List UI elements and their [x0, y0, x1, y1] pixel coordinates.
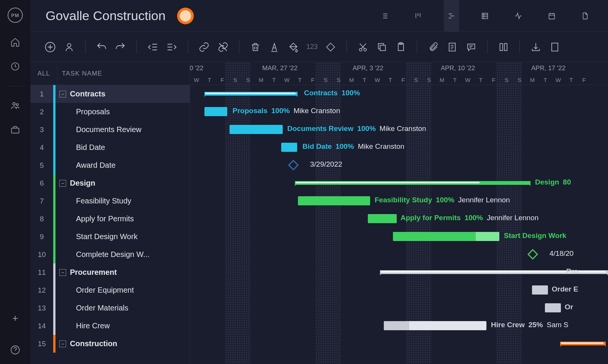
task-row[interactable]: 3Documents Review: [30, 121, 190, 139]
gantt-row[interactable]: Contracts100%: [190, 85, 608, 103]
gantt-label: Documents Review100%Mike Cranston: [287, 124, 426, 133]
task-row[interactable]: 11−Procurement: [30, 263, 190, 281]
summary-bar[interactable]: [560, 342, 606, 345]
collapse-icon[interactable]: −: [59, 340, 66, 347]
paste-button[interactable]: [395, 41, 407, 53]
svg-rect-6: [549, 14, 555, 19]
assign-button[interactable]: [63, 41, 75, 53]
copy-button[interactable]: [376, 41, 388, 53]
briefcase-icon[interactable]: [10, 125, 20, 135]
gantt-row[interactable]: Documents Review100%Mike Cranston: [190, 121, 608, 139]
task-row[interactable]: 4Bid Date: [30, 139, 190, 156]
outdent-button[interactable]: [147, 41, 159, 53]
task-bar[interactable]: [230, 125, 283, 134]
day-label: S: [332, 77, 345, 83]
task-row[interactable]: 8Apply for Permits: [30, 210, 190, 228]
task-bar[interactable]: [532, 285, 548, 295]
activity-view-tab[interactable]: [511, 0, 526, 32]
gantt-row[interactable]: Pro: [190, 263, 608, 281]
gantt-row[interactable]: Design80: [190, 174, 608, 192]
gantt-row[interactable]: Bid Date100%Mike Cranston: [190, 139, 608, 156]
svg-point-2: [16, 104, 18, 106]
app-logo[interactable]: PM: [8, 8, 23, 23]
collapse-icon[interactable]: −: [59, 180, 66, 187]
attach-button[interactable]: [427, 41, 439, 53]
notes-button[interactable]: [446, 41, 458, 53]
task-bar[interactable]: [281, 143, 297, 152]
task-row[interactable]: 15−Construction: [30, 335, 190, 353]
row-number: 5: [30, 161, 53, 170]
export-button[interactable]: [549, 41, 561, 53]
day-label: M: [255, 77, 268, 83]
import-button[interactable]: [530, 41, 542, 53]
add-task-button[interactable]: [44, 41, 56, 53]
summary-bar[interactable]: [204, 92, 298, 96]
gantt-row[interactable]: Order E: [190, 281, 608, 299]
indent-button[interactable]: [166, 41, 178, 53]
task-row[interactable]: 13Order Materials: [30, 299, 190, 317]
day-label: T: [565, 77, 578, 83]
task-bar[interactable]: [368, 214, 397, 223]
home-icon[interactable]: [10, 37, 20, 47]
gantt-label: Apply for Permits100%Jennifer Lennon: [401, 214, 538, 222]
gantt-body[interactable]: Contracts100%Proposals100%Mike CranstonD…: [190, 85, 608, 353]
sheet-view-tab[interactable]: [477, 0, 492, 32]
gantt-view-tab[interactable]: [444, 0, 459, 32]
people-icon[interactable]: [10, 101, 20, 110]
cut-button[interactable]: [357, 41, 369, 53]
day-label: S: [410, 77, 423, 83]
task-bar[interactable]: [393, 232, 499, 241]
task-name-cell: Contracts: [66, 90, 105, 98]
gantt-row[interactable]: Construction: [190, 335, 608, 353]
task-bar[interactable]: [204, 107, 227, 116]
milestone-marker[interactable]: [527, 249, 538, 260]
priority-button[interactable]: [325, 41, 337, 53]
gantt-row[interactable]: Feasibility Study100%Jennifer Lennon: [190, 192, 608, 210]
redo-button[interactable]: [114, 41, 127, 53]
gantt-row[interactable]: 3/29/2022: [190, 156, 608, 174]
task-name-cell: Complete Design W...: [55, 250, 149, 259]
delete-button[interactable]: [249, 41, 261, 53]
task-row[interactable]: 14Hire Crew: [30, 317, 190, 335]
text-color-button[interactable]: [268, 41, 280, 53]
help-icon[interactable]: [10, 345, 20, 355]
gantt-row[interactable]: Hire Crew25%Sam S: [190, 317, 608, 335]
collapse-icon[interactable]: −: [59, 269, 66, 276]
gantt-row[interactable]: Or: [190, 299, 608, 317]
clock-icon[interactable]: [10, 61, 20, 71]
task-row[interactable]: 12Order Equipment: [30, 281, 190, 299]
columns-button[interactable]: [497, 41, 510, 53]
column-task-name[interactable]: TASK NAME: [57, 62, 102, 85]
board-view-tab[interactable]: [410, 0, 426, 32]
task-row[interactable]: 1−Contracts: [30, 85, 190, 103]
task-row[interactable]: 7Feasibility Study: [30, 192, 190, 210]
task-bar[interactable]: [298, 196, 370, 205]
collapse-icon[interactable]: −: [59, 91, 66, 98]
summary-bar[interactable]: [295, 181, 530, 185]
gantt-row[interactable]: 4/18/20: [190, 246, 608, 263]
task-row[interactable]: 5Award Date: [30, 156, 190, 174]
list-view-tab[interactable]: [377, 0, 392, 32]
task-row[interactable]: 2Proposals: [30, 103, 190, 121]
undo-button[interactable]: [95, 41, 108, 53]
task-bar[interactable]: [384, 321, 486, 330]
link-button[interactable]: [198, 41, 210, 53]
gantt-row[interactable]: Apply for Permits100%Jennifer Lennon: [190, 210, 608, 228]
task-bar[interactable]: [545, 303, 561, 312]
unlink-button[interactable]: [217, 41, 229, 53]
gantt-row[interactable]: Start Design Work: [190, 228, 608, 246]
calendar-view-tab[interactable]: [544, 0, 559, 32]
task-row[interactable]: 10Complete Design W...: [30, 246, 190, 263]
milestone-marker[interactable]: [288, 160, 299, 170]
column-all[interactable]: ALL: [30, 70, 57, 77]
file-view-tab[interactable]: [578, 0, 593, 32]
comment-button[interactable]: [465, 41, 477, 53]
task-row[interactable]: 9Start Design Work: [30, 228, 190, 246]
row-number: 14: [30, 322, 53, 330]
task-row[interactable]: 6−Design: [30, 174, 190, 192]
gantt-row[interactable]: Proposals100%Mike Cranston: [190, 103, 608, 121]
user-avatar[interactable]: [177, 8, 194, 24]
add-icon[interactable]: +: [10, 313, 20, 323]
svg-point-10: [364, 48, 366, 51]
fill-color-button[interactable]: [287, 41, 299, 53]
